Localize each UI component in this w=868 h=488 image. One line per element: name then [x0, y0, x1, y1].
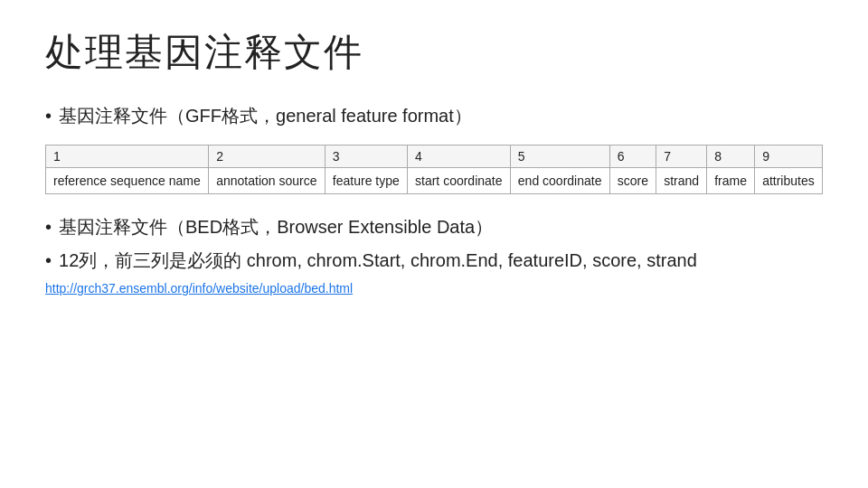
columns-bullet: • 12列，前三列是必须的 chrom, chrom.Start, chrom.…: [45, 248, 823, 274]
table-header-row: 1 2 3 4 5 6 7 8 9: [46, 145, 823, 168]
bed-bullet: • 基因注释文件（BED格式，Browser Extensible Data）: [45, 214, 823, 240]
columns-description: 12列，前三列是必须的 chrom, chrom.Start, chrom.En…: [59, 248, 697, 274]
table-data-row: reference sequence name annotation sourc…: [46, 168, 823, 194]
cell-annotation: annotation source: [209, 168, 326, 194]
gff-description: 基因注释文件（GFF格式，general feature format）: [59, 103, 472, 128]
page-title: 处理基因注释文件: [45, 27, 823, 78]
col-header-9: 9: [755, 145, 823, 168]
col-header-7: 7: [656, 145, 707, 168]
bed-link[interactable]: http://grch37.ensembl.org/info/website/u…: [45, 281, 823, 296]
col-header-3: 3: [325, 145, 407, 168]
cell-strand: strand: [656, 168, 707, 194]
gff-bullet: • 基因注释文件（GFF格式，general feature format）: [45, 103, 823, 128]
col-header-1: 1: [46, 145, 209, 168]
col-header-5: 5: [510, 145, 609, 168]
cell-frame: frame: [707, 168, 755, 194]
bullet-dot-3: •: [45, 248, 52, 273]
bottom-section: • 基因注释文件（BED格式，Browser Extensible Data） …: [45, 214, 823, 296]
bullet-dot-1: •: [45, 103, 52, 128]
cell-end: end coordinate: [510, 168, 609, 194]
col-header-4: 4: [408, 145, 511, 168]
cell-reference: reference sequence name: [46, 168, 209, 194]
gff-table: 1 2 3 4 5 6 7 8 9 reference sequence nam…: [45, 145, 823, 194]
col-header-6: 6: [609, 145, 656, 168]
col-header-8: 8: [707, 145, 755, 168]
cell-attributes: attributes: [755, 168, 823, 194]
bullet-dot-2: •: [45, 214, 52, 239]
bed-description: 基因注释文件（BED格式，Browser Extensible Data）: [59, 214, 493, 240]
gff-table-container: 1 2 3 4 5 6 7 8 9 reference sequence nam…: [45, 145, 823, 194]
cell-start: start coordinate: [408, 168, 511, 194]
cell-score: score: [609, 168, 656, 194]
cell-feature-type: feature type: [325, 168, 407, 194]
col-header-2: 2: [209, 145, 326, 168]
